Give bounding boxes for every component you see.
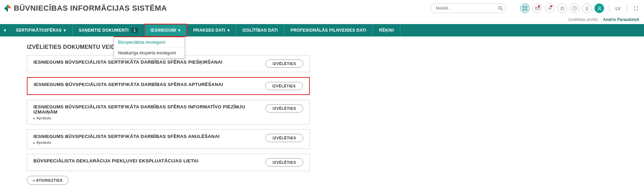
- caret-down-icon: ▾: [228, 28, 230, 33]
- grid-icon: [522, 6, 527, 11]
- svg-rect-9: [535, 7, 539, 10]
- svg-rect-5: [523, 6, 524, 8]
- select-button[interactable]: Izvēlēties: [265, 158, 303, 167]
- nav-label: IESNIEGUMI: [150, 28, 176, 33]
- doc-card: Iesniegums būvspeciālista sertifikāta da…: [27, 100, 310, 125]
- nav-label: SERTIFIKĀTI/SFĒRAS: [16, 28, 62, 33]
- nav-item-izglitibas[interactable]: IZGLĪTĪBAS DATI: [236, 24, 284, 36]
- doc-title: Iesniegums būvspeciālista sertifikāta da…: [33, 134, 220, 139]
- doc-card: Iesniegums būvspeciālista sertifikāta da…: [27, 129, 310, 149]
- profile-label: Izvēlētais profils:: [569, 17, 599, 22]
- triangle-right-icon: ▸: [33, 117, 35, 120]
- apps-button[interactable]: [520, 3, 530, 13]
- svg-rect-7: [523, 9, 524, 10]
- nav-item-pilnveides[interactable]: PROFESIONĀLĀS PILNVEIDES DATI: [284, 24, 373, 36]
- svg-rect-6: [526, 6, 527, 8]
- divider: [627, 5, 627, 12]
- user-icon: [597, 6, 602, 11]
- content-area: Izvēlieties dokumentu veidu: Iesniegums …: [0, 36, 310, 193]
- search: [431, 3, 506, 13]
- select-button[interactable]: Izvēlēties: [265, 60, 303, 68]
- nav-item-prakses[interactable]: PRAKSES DATI ▾: [187, 24, 236, 36]
- profile-name[interactable]: Andris Paraudziņš: [603, 17, 639, 22]
- nav-item-iesniegumi[interactable]: IESNIEGUMI ▾: [144, 24, 187, 36]
- mail-button[interactable]: [532, 3, 542, 13]
- select-button[interactable]: Izvēlēties: [265, 82, 303, 90]
- svg-marker-0: [4, 4, 8, 8]
- svg-point-13: [599, 7, 600, 8]
- svg-rect-8: [526, 9, 527, 10]
- svg-marker-1: [8, 4, 12, 8]
- hint-button[interactable]: [582, 3, 592, 13]
- doc-title: Iesniegums būvspeciālista sertifikāta da…: [34, 82, 223, 87]
- svg-line-4: [501, 9, 503, 10]
- svg-text:?: ?: [574, 7, 575, 10]
- lightbulb-icon: [584, 6, 590, 11]
- fullscreen-button[interactable]: [632, 6, 640, 11]
- dropdown-item-neatkariga[interactable]: Neatkarīga eksperta iesniegumi: [114, 47, 184, 58]
- envelope-icon: [535, 6, 540, 11]
- select-button[interactable]: Izvēlēties: [265, 134, 303, 142]
- doc-title: Iesniegums būvspeciālista sertifikāta da…: [33, 60, 222, 65]
- nav-scroll-left[interactable]: [0, 24, 10, 36]
- divider: [609, 5, 609, 12]
- doc-card: Būvspeciālista deklarācija piekļuvei eks…: [27, 154, 310, 171]
- notifications-button[interactable]: [545, 3, 555, 13]
- help-button[interactable]: ?: [570, 3, 579, 13]
- user-menu-button[interactable]: [594, 3, 604, 13]
- doc-title: Iesniegums būvspeciālista sertifikāta da…: [33, 104, 265, 115]
- search-input[interactable]: [431, 3, 506, 13]
- doc-card: Iesniegums būvspeciālista sertifikāta da…: [27, 77, 310, 95]
- select-button[interactable]: Izvēlēties: [265, 104, 303, 112]
- nav-item-rekini[interactable]: RĒĶINI: [373, 24, 400, 36]
- star-icon: [560, 6, 565, 11]
- caret-down-icon: ▾: [178, 28, 180, 33]
- logo-icon: [4, 4, 12, 12]
- language-switch[interactable]: LV: [614, 6, 622, 11]
- chevron-left-icon: [3, 29, 7, 32]
- doc-title: Būvspeciālista deklarācija piekļuvei eks…: [33, 158, 198, 163]
- back-button[interactable]: « Atgriezties: [27, 176, 68, 185]
- nav-item-sanemtie[interactable]: SAŅEMTIE DOKUMENTI 1: [73, 24, 145, 36]
- svg-marker-14: [4, 29, 6, 32]
- svg-marker-10: [560, 6, 564, 10]
- nav-label: PRAKSES DATI: [193, 28, 225, 33]
- app-title: Būvniecības informācijas sistēma: [14, 4, 167, 13]
- doc-desc-toggle[interactable]: ▸Apraksts: [33, 140, 220, 144]
- caret-down-icon: ▾: [64, 28, 66, 33]
- top-header: Būvniecības informācijas sistēma ?: [0, 0, 644, 17]
- nav-label: PROFESIONĀLĀS PILNVEIDES DATI: [291, 28, 366, 33]
- doc-desc-toggle[interactable]: ▸Apraksts: [33, 116, 265, 120]
- nav-item-sertifikati[interactable]: SERTIFIKĀTI/SFĒRAS ▾: [10, 24, 73, 36]
- header-actions: ? LV: [520, 3, 640, 13]
- main-nav: SERTIFIKĀTI/SFĒRAS ▾ SAŅEMTIE DOKUMENTI …: [0, 24, 644, 36]
- nav-label: IZGLĪTĪBAS DATI: [242, 28, 278, 33]
- svg-marker-2: [4, 8, 8, 12]
- expand-icon: [633, 6, 638, 11]
- bell-icon: [547, 6, 552, 11]
- nav-label: RĒĶINI: [379, 28, 394, 33]
- profile-bar: Izvēlētais profils: Andris Paraudziņš: [0, 17, 644, 24]
- dropdown-item-buvspecialista[interactable]: Būvspeciālista iesniegumi: [114, 37, 184, 47]
- nav-dropdown: Būvspeciālista iesniegumi Neatkarīga eks…: [114, 36, 185, 58]
- question-icon: ?: [572, 6, 577, 11]
- search-icon: [498, 6, 503, 11]
- nav-badge: 1: [131, 28, 138, 33]
- nav-label: SAŅEMTIE DOKUMENTI: [79, 28, 129, 33]
- triangle-right-icon: ▸: [33, 141, 35, 144]
- logo[interactable]: Būvniecības informācijas sistēma: [4, 4, 167, 13]
- svg-point-3: [499, 7, 502, 9]
- search-button[interactable]: [497, 4, 504, 12]
- favorites-button[interactable]: [557, 3, 567, 13]
